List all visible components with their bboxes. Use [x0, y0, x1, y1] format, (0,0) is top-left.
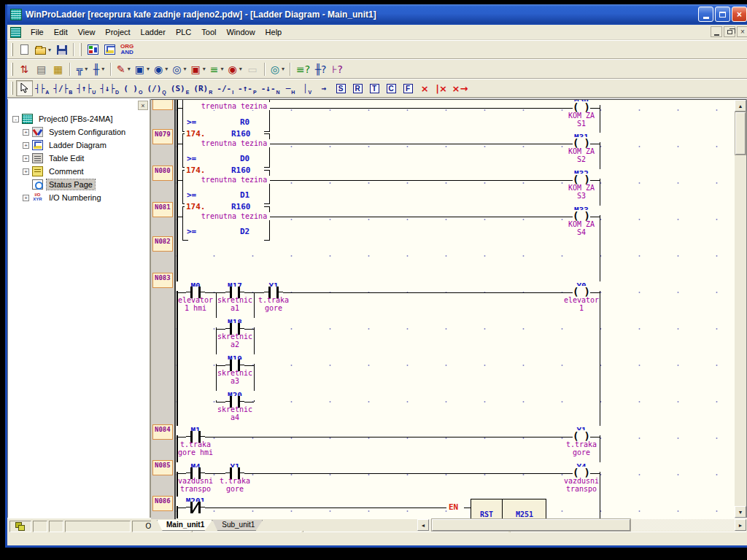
menu-help[interactable]: Help: [260, 26, 287, 39]
menu-edit[interactable]: Edit: [49, 26, 73, 39]
menu-ladder[interactable]: Ladder: [136, 26, 171, 39]
falling-edge-button[interactable]: -↓-N: [259, 80, 282, 96]
collapse-icon[interactable]: -: [12, 116, 19, 122]
dropdown-arrow-icon[interactable]: ▾: [220, 66, 223, 72]
zoom-monitor-button[interactable]: ◎▾: [268, 61, 287, 77]
expand-icon[interactable]: +: [23, 142, 29, 149]
mdi-close-button[interactable]: ×: [737, 26, 747, 37]
menu-file[interactable]: File: [26, 26, 49, 39]
network-label-n082[interactable]: N082: [152, 236, 173, 252]
menu-tool[interactable]: Tool: [196, 26, 221, 39]
fn-timer-button[interactable]: T: [366, 80, 383, 96]
delete-row-button[interactable]: ×→: [450, 80, 471, 96]
invert-button[interactable]: -/-I: [214, 80, 236, 96]
org-and-button[interactable]: ORGAND: [118, 42, 136, 58]
coil-set-button[interactable]: (S)E: [169, 80, 192, 96]
dropdown-arrow-icon[interactable]: ▾: [282, 66, 285, 72]
fn-register-button[interactable]: R: [349, 80, 366, 96]
tree-item-comment[interactable]: +Comment: [8, 165, 150, 178]
delete-element-button[interactable]: ×: [417, 80, 433, 96]
network-label-n083[interactable]: N083: [152, 273, 173, 288]
list-view-button[interactable]: ≡▾: [208, 61, 226, 77]
fn-function-button[interactable]: F: [400, 80, 417, 96]
close-button[interactable]: ×: [732, 7, 747, 22]
motor-x-monitor-button[interactable]: ◉▾: [152, 61, 170, 77]
tree-item-i-o-numbering[interactable]: +I/OXYRI/O Numbering: [8, 191, 150, 204]
toolbar-grip[interactable]: [80, 43, 82, 56]
memo-card-button[interactable]: ▭: [244, 61, 261, 77]
compare-block-n078[interactable]: [182, 100, 188, 132]
contact-help-button[interactable]: ⊦?: [329, 61, 346, 77]
contact-nc-button[interactable]: ┤/├B: [51, 80, 74, 96]
scroll-left-button[interactable]: ◄: [417, 519, 429, 531]
scroll-right-button[interactable]: ►: [735, 519, 746, 531]
io-status-button[interactable]: ⇅: [16, 61, 33, 77]
dropdown-arrow-icon[interactable]: ▾: [128, 66, 131, 72]
dropdown-arrow-icon[interactable]: ▾: [85, 66, 88, 72]
monitor-m-button[interactable]: ◉▾: [225, 61, 244, 77]
ladder-help-button[interactable]: ╫?: [312, 61, 329, 77]
select-tool-button[interactable]: [16, 80, 33, 96]
tab-main-unit1[interactable]: Main_unit1: [157, 520, 212, 531]
toolbar-grip[interactable]: [11, 82, 13, 95]
contact-no-button[interactable]: ┤├A: [33, 80, 51, 96]
status-help-button[interactable]: ≡?: [294, 61, 312, 77]
menu-view[interactable]: View: [73, 26, 101, 39]
link-button[interactable]: →: [316, 80, 333, 96]
tree-item-status-page[interactable]: +Status Page: [8, 178, 150, 191]
dropdown-arrow-icon[interactable]: ▾: [101, 66, 104, 72]
coil-out-button[interactable]: ( )O: [121, 80, 144, 96]
monitor-a-button[interactable]: ▣▾: [188, 61, 207, 77]
network-label[interactable]: [152, 100, 173, 110]
motor-monitor-button[interactable]: ◎▾: [170, 61, 188, 77]
menu-window[interactable]: Window: [221, 26, 260, 39]
expand-icon[interactable]: +: [23, 168, 29, 175]
vertical-scrollbar[interactable]: ▲ ▼: [735, 99, 746, 518]
contact-m201-nc[interactable]: [186, 502, 205, 513]
register-table-button[interactable]: ▦: [50, 61, 66, 77]
menu-project[interactable]: Project: [100, 26, 135, 39]
horizontal-scrollbar[interactable]: ◄ ►: [417, 519, 746, 531]
mdi-minimize-button[interactable]: [711, 26, 722, 37]
ladder-view-button[interactable]: ╫▾: [90, 61, 107, 77]
network-label-n084[interactable]: N084: [152, 424, 173, 440]
tab-sub-unit1[interactable]: Sub_unit1: [212, 520, 263, 531]
horizontal-scroll-thumb[interactable]: [432, 519, 630, 531]
delete-column-button[interactable]: |×: [433, 80, 450, 96]
scroll-down-button[interactable]: ▼: [735, 506, 746, 518]
function-block-rst[interactable]: RST M251: [471, 499, 546, 519]
hline-button[interactable]: ─H: [282, 80, 299, 96]
toolbar-grip[interactable]: [11, 43, 13, 56]
title-bar[interactable]: WinProLadder [receprura kafe zadnje radj…: [7, 4, 747, 25]
edit-element-button[interactable]: ✎▾: [115, 61, 133, 77]
network-label-n080[interactable]: N080: [152, 166, 173, 181]
maximize-button[interactable]: [715, 7, 730, 22]
dropdown-arrow-icon[interactable]: ▾: [165, 66, 168, 72]
project-window-button[interactable]: [85, 42, 101, 58]
tree-item-system-configuration[interactable]: +System Configuration: [8, 125, 150, 139]
ladder-window-button[interactable]: [101, 42, 118, 58]
scroll-up-button[interactable]: ▲: [735, 100, 746, 112]
network-label-n081[interactable]: N081: [152, 202, 173, 217]
dropdown-arrow-icon[interactable]: ▾: [48, 47, 51, 53]
coil-not-button[interactable]: (/)Q: [144, 80, 168, 96]
vertical-scroll-thumb[interactable]: [735, 112, 746, 155]
network-label-n079[interactable]: N079: [152, 129, 173, 144]
dropdown-arrow-icon[interactable]: ▾: [203, 66, 206, 72]
fn-counter-button[interactable]: C: [383, 80, 400, 96]
fn-sequence-button[interactable]: S: [333, 80, 349, 96]
tree-item-ladder-diagram[interactable]: +Ladder Diagram: [8, 139, 150, 152]
menu-plc[interactable]: PLC: [171, 26, 196, 39]
expand-icon[interactable]: +: [23, 195, 29, 201]
expand-icon[interactable]: +: [23, 129, 29, 136]
network-label-n085[interactable]: N085: [152, 460, 173, 475]
dropdown-arrow-icon[interactable]: ▾: [239, 66, 242, 72]
rising-edge-button[interactable]: -↑-P: [236, 80, 259, 96]
dropdown-arrow-icon[interactable]: ▾: [183, 66, 186, 72]
project-tree-button[interactable]: ╦▾: [74, 61, 90, 77]
new-file-button[interactable]: [16, 42, 33, 58]
vline-button[interactable]: │V: [299, 80, 316, 96]
tree-root[interactable]: - Project0 [FBs-24MA]: [8, 112, 150, 125]
panel-close-button[interactable]: ×: [138, 101, 148, 110]
status-monitor-button[interactable]: ▣▾: [133, 61, 152, 77]
